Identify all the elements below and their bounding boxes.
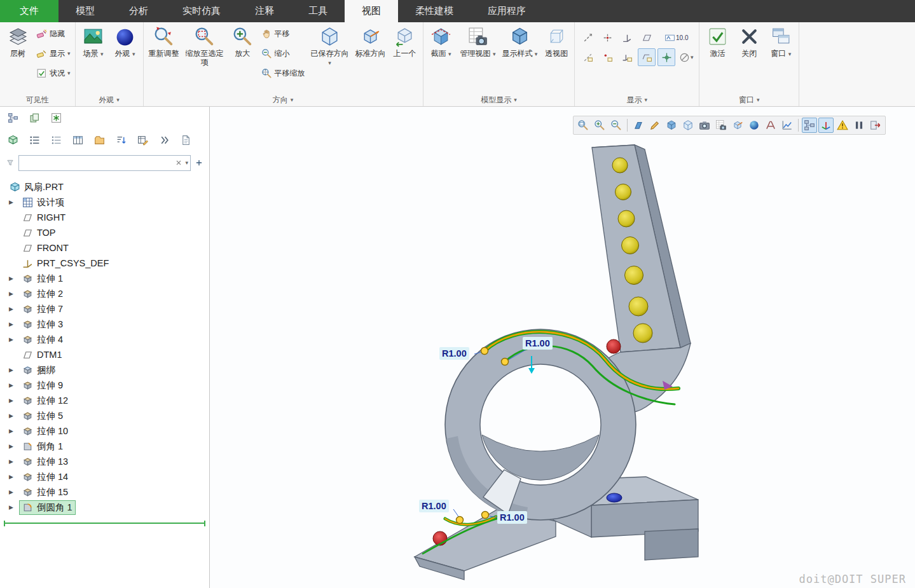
tab-analysis[interactable]: 分析 <box>112 0 165 22</box>
tree-item-extrude-8[interactable]: ▶拉伸 3 <box>0 317 209 332</box>
toggle-annotation-display[interactable]: 10.0 <box>657 29 695 46</box>
tree-item-datum-plane-2[interactable]: TOP <box>0 225 209 240</box>
tree-item-extrude-18[interactable]: ▶拉伸 14 <box>0 469 209 484</box>
expand-arrow-icon[interactable]: ▶ <box>9 489 19 495</box>
gfx-button-zoom-window[interactable] <box>575 118 591 133</box>
toggle-plane-tag[interactable] <box>638 48 656 66</box>
tree-item-extrude-13[interactable]: ▶拉伸 12 <box>0 393 209 408</box>
tree-item-extrude-17[interactable]: ▶拉伸 13 <box>0 454 209 469</box>
dimension-label[interactable]: R1.00 <box>523 337 553 350</box>
button-view-manager[interactable]: 管理视图 ▾ <box>457 24 499 60</box>
toggle-axis-display[interactable] <box>579 29 596 46</box>
toggle-csys-tag[interactable] <box>618 48 636 66</box>
button-overflow-chevrons[interactable] <box>156 132 172 148</box>
button-list-plain[interactable] <box>27 132 43 148</box>
button-favorites[interactable] <box>48 110 64 126</box>
gfx-button-zoom-out[interactable] <box>609 118 624 133</box>
viewport-3d[interactable]: R1.00R1.00R1.00R1.00 doit@DOIT SUPER <box>210 107 915 588</box>
tab-file[interactable]: 文件 <box>0 0 58 22</box>
tab-annotate[interactable]: 注释 <box>238 0 291 22</box>
tab-applications[interactable]: 应用程序 <box>471 0 543 22</box>
expand-arrow-icon[interactable]: ▶ <box>9 336 19 343</box>
group-label-model-display[interactable]: 模型显示▾ <box>425 93 573 106</box>
expand-arrow-icon[interactable]: ▶ <box>9 291 19 297</box>
expand-arrow-icon[interactable]: ▶ <box>9 504 19 510</box>
button-zoom-in[interactable]: 放大 <box>227 24 259 60</box>
button-show[interactable]: 显示▾ <box>35 47 72 60</box>
gfx-button-appearance-edit[interactable] <box>647 118 663 133</box>
tree-item-extrude-6[interactable]: ▶拉伸 2 <box>0 286 209 301</box>
button-document[interactable] <box>178 132 194 148</box>
button-list-detail[interactable] <box>48 132 64 148</box>
tab-live-simulation[interactable]: 实时仿真 <box>165 0 238 22</box>
button-zoom-selected[interactable]: 缩放至选定项 <box>182 24 227 70</box>
tree-item-extrude-19[interactable]: ▶拉伸 15 <box>0 484 209 500</box>
expand-arrow-icon[interactable]: ▶ <box>9 382 19 388</box>
button-zoom-out[interactable]: 缩小 <box>260 47 306 60</box>
expand-arrow-icon[interactable]: ▶ <box>9 321 19 327</box>
button-pan-zoom[interactable]: 平移缩放 <box>260 67 306 79</box>
expand-arrow-icon[interactable]: ▶ <box>9 413 19 419</box>
group-label-window[interactable]: 窗口▾ <box>701 93 797 106</box>
gfx-button-saved-orientations[interactable] <box>680 118 696 133</box>
toggle-plane-display[interactable] <box>638 29 656 46</box>
gfx-button-view-manager[interactable] <box>713 118 729 133</box>
gfx-button-tree-filter[interactable] <box>802 118 817 133</box>
tree-item-chamfer-16[interactable]: ▶倒角 1 <box>0 439 209 454</box>
tree-item-datum-plane-1[interactable]: RIGHT <box>0 210 209 225</box>
button-part-cube[interactable] <box>5 132 21 148</box>
expand-arrow-icon[interactable]: ▶ <box>9 443 19 449</box>
expand-arrow-icon[interactable]: ▶ <box>9 458 19 465</box>
tree-item-round-20[interactable]: ▶倒圆角 1 <box>0 500 209 515</box>
button-sort[interactable] <box>113 132 129 148</box>
gfx-button-sim-results[interactable] <box>780 118 795 133</box>
expand-arrow-icon[interactable]: ▶ <box>9 428 19 434</box>
insert-indicator[interactable] <box>4 523 205 524</box>
filter-funnel-icon[interactable] <box>5 158 15 168</box>
button-saved-orientations[interactable]: 已保存方向 ▾ <box>308 24 352 70</box>
group-label-appearance[interactable]: 外观▾ <box>78 93 141 106</box>
tab-model[interactable]: 模型 <box>58 0 112 22</box>
tree-item-extrude-12[interactable]: ▶拉伸 9 <box>0 378 209 393</box>
model-3d-fan-bracket[interactable] <box>210 107 914 588</box>
button-display-style[interactable]: 显示样式 ▾ <box>499 24 540 60</box>
tree-root-part[interactable]: 风扇.PRT <box>0 179 209 195</box>
gfx-button-csys-triad[interactable] <box>818 118 834 133</box>
clear-search-icon[interactable] <box>174 158 184 168</box>
button-standard-orientation[interactable]: 标准方向 <box>352 24 389 60</box>
gfx-button-repaint[interactable] <box>631 118 646 133</box>
gfx-button-render[interactable] <box>746 118 762 133</box>
expand-arrow-icon[interactable]: ▶ <box>9 275 19 282</box>
expand-arrow-icon[interactable]: ▶ <box>9 474 19 480</box>
gfx-button-display-style[interactable] <box>664 118 679 133</box>
expand-arrow-icon[interactable]: ▶ <box>9 199 19 205</box>
expand-arrow-icon[interactable]: ▶ <box>9 397 19 404</box>
group-label-visibility[interactable]: 可见性 <box>2 93 73 106</box>
dimension-label[interactable]: R1.00 <box>497 511 527 524</box>
group-label-show[interactable]: 显示▾ <box>577 93 697 106</box>
tree-item-extrude-9[interactable]: ▶拉伸 4 <box>0 332 209 347</box>
tab-flexible-modeling[interactable]: 柔性建模 <box>398 0 471 22</box>
expand-arrow-icon[interactable]: ▶ <box>9 367 19 373</box>
tree-item-datum-plane-3[interactable]: FRONT <box>0 240 209 256</box>
tree-search-input[interactable] <box>21 158 172 168</box>
button-close-window[interactable]: 关闭 <box>733 24 765 60</box>
tree-item-extrude-7[interactable]: ▶拉伸 7 <box>0 301 209 317</box>
button-zoom-refit[interactable]: 重新调整 <box>146 24 182 60</box>
button-windows[interactable]: 窗口 ▾ <box>765 24 797 60</box>
button-hide-eraser[interactable]: 隐藏 <box>35 27 72 40</box>
add-filter-icon[interactable] <box>194 158 204 168</box>
expand-arrow-icon[interactable]: ▶ <box>9 306 19 312</box>
button-table-edit[interactable] <box>135 132 151 148</box>
button-appearance-sphere[interactable]: 外观 ▾ <box>109 24 141 60</box>
tree-item-design-items-0[interactable]: ▶设计项 <box>0 195 209 210</box>
tree-item-bundle-11[interactable]: ▶捆绑 <box>0 362 209 378</box>
gfx-button-exit[interactable] <box>868 118 883 133</box>
toggle-section-slash[interactable]: ▾ <box>677 48 695 66</box>
button-pan[interactable]: 平移 <box>260 27 306 40</box>
gfx-button-capture[interactable] <box>697 118 712 133</box>
button-scene[interactable]: 场景 ▾ <box>78 24 109 60</box>
search-dropdown-icon[interactable]: ▾ <box>185 160 188 166</box>
tree-item-datum-plane-10[interactable]: DTM1 <box>0 347 209 362</box>
gfx-button-zoom-in[interactable] <box>592 118 607 133</box>
